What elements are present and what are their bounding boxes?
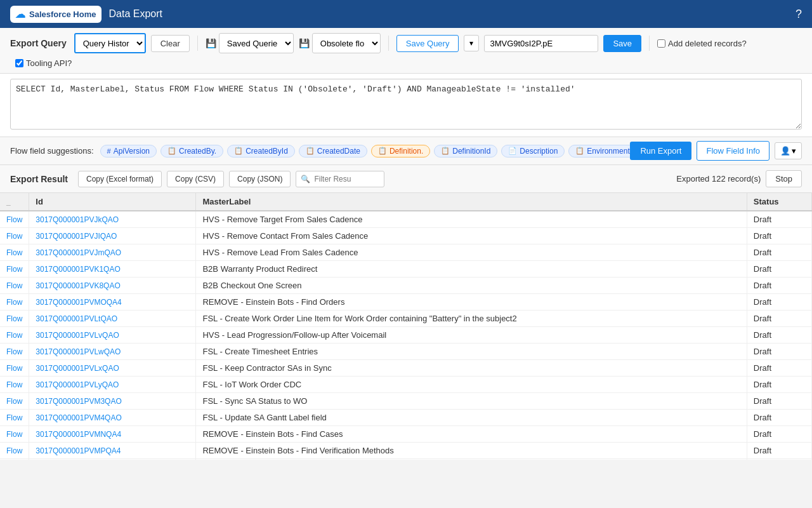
- help-icon[interactable]: ?: [796, 8, 802, 21]
- field-chip-createdbyid[interactable]: 📋CreatedById: [227, 145, 295, 157]
- add-deleted-checkbox[interactable]: [657, 39, 665, 48]
- field-chip-environments[interactable]: 📋Environments: [568, 145, 630, 157]
- row-status-cell: Draft: [747, 211, 811, 228]
- row-label-cell: Associate Onboarding Flow: [196, 459, 747, 460]
- row-flow-link-cell: Flow: [0, 360, 29, 377]
- id-link[interactable]: 3017Q000001PVMPQA4: [36, 446, 121, 455]
- clear-button[interactable]: Clear: [151, 35, 190, 52]
- row-id-cell: 3017Q000001PVM4QAO: [29, 410, 196, 426]
- row-flow-link-cell: Flow: [0, 410, 29, 426]
- copy-json-button[interactable]: Copy (JSON): [229, 171, 291, 187]
- field-chip-createddate[interactable]: 📋CreatedDate: [299, 145, 367, 157]
- row-flow-link-cell: Flow: [0, 228, 29, 244]
- col-header-masterlabel: MasterLabel: [196, 193, 747, 211]
- id-link[interactable]: 3017Q000001PVLyQAO: [36, 380, 119, 389]
- id-link[interactable]: 3017Q000001PVK1QAO: [36, 265, 120, 274]
- id-link[interactable]: 3017Q000001PVMNQA4: [36, 430, 121, 439]
- col-header-underscore: _: [0, 193, 29, 211]
- row-flow-link-cell: Flow: [0, 244, 29, 261]
- id-link[interactable]: 3017Q000001PVLvQAO: [36, 331, 119, 340]
- obsolete-select[interactable]: Obsolete flo: [312, 33, 381, 53]
- row-id-cell: 3017Q000001PVK8QAO: [29, 277, 196, 294]
- row-label-cell: HVS - Remove Lead From Sales Cadence: [196, 244, 747, 261]
- field-chip-definitionid[interactable]: 📋DefinitionId: [434, 145, 497, 157]
- flow-link[interactable]: Flow: [6, 397, 22, 406]
- query-history-select[interactable]: Query Histor: [74, 33, 146, 53]
- toolbar-separator-1: [197, 36, 198, 51]
- chip-icon: 📋: [441, 147, 450, 155]
- table-row: Flow 3017Q000001PVMPQA4 REMOVE - Einstei…: [0, 443, 812, 459]
- table-row: Flow 3017Q000001PVJkQAO HVS - Remove Tar…: [0, 211, 812, 228]
- row-flow-link-cell: Flow: [0, 459, 29, 460]
- row-status-cell: Draft: [747, 377, 811, 393]
- chip-icon: 📋: [306, 147, 315, 155]
- table-row: Flow 3017Q000001PVM3QAO FSL - Sync SA St…: [0, 393, 812, 410]
- flow-link[interactable]: Flow: [6, 232, 22, 241]
- col-header-id: Id: [29, 193, 196, 211]
- field-chip-description[interactable]: 📄Description: [501, 145, 565, 157]
- flow-link[interactable]: Flow: [6, 430, 22, 439]
- saved-queries-group: 💾 Saved Querie: [206, 33, 294, 53]
- flow-link[interactable]: Flow: [6, 380, 22, 389]
- copy-csv-button[interactable]: Copy (CSV): [167, 171, 224, 187]
- id-link[interactable]: 3017Q000001PVK8QAO: [36, 281, 120, 290]
- row-id-cell: 3017Q000001PVMOQA4: [29, 294, 196, 311]
- save-query-dropdown-button[interactable]: ▾: [464, 35, 479, 51]
- flow-link[interactable]: Flow: [6, 281, 22, 290]
- table-row: Flow 3017Q000001PVM4QAO FSL - Update SA …: [0, 410, 812, 426]
- field-chip-createdby.[interactable]: 📋CreatedBy.: [160, 145, 223, 157]
- chip-icon: 📋: [234, 147, 243, 155]
- tooling-api-checkbox[interactable]: [15, 59, 23, 67]
- row-id-cell: 3017Q000001PVM3QAO: [29, 393, 196, 410]
- id-link[interactable]: 3017Q000001PVLwQAO: [36, 347, 121, 356]
- copy-excel-button[interactable]: Copy (Excel format): [78, 171, 162, 187]
- person-icon: 👤: [780, 146, 790, 156]
- save-query-button[interactable]: Save Query: [396, 35, 459, 52]
- table-row: Flow 3017Q000001PVLvQAO HVS - Lead Progr…: [0, 327, 812, 344]
- row-id-cell: 3017Q000001PVMPQA4: [29, 443, 196, 459]
- id-link[interactable]: 3017Q000001PVJIQAO: [36, 232, 117, 241]
- flow-link[interactable]: Flow: [6, 331, 22, 340]
- saved-queries-select[interactable]: Saved Querie: [219, 33, 294, 53]
- id-link[interactable]: 3017Q000001PVMOQA4: [36, 298, 121, 307]
- row-flow-link-cell: Flow: [0, 261, 29, 277]
- filter-wrap: 🔍: [296, 171, 384, 187]
- schema-icon-button[interactable]: 👤 ▾: [775, 142, 802, 159]
- flow-link[interactable]: Flow: [6, 215, 22, 224]
- export-result-title: Export Result: [10, 174, 68, 184]
- row-status-cell: Draft: [747, 261, 811, 277]
- row-label-cell: B2B Checkout One Screen: [196, 277, 747, 294]
- id-link[interactable]: 3017Q000001PVJmQAO: [36, 248, 121, 257]
- flow-link[interactable]: Flow: [6, 347, 22, 356]
- flow-link[interactable]: Flow: [6, 446, 22, 455]
- obsolete-group: 💾 Obsolete flo: [299, 33, 381, 53]
- row-flow-link-cell: Flow: [0, 211, 29, 228]
- flow-link[interactable]: Flow: [6, 298, 22, 307]
- salesforce-home-button[interactable]: ☁ Salesforce Home: [10, 6, 102, 23]
- stop-button[interactable]: Stop: [766, 170, 802, 187]
- id-link[interactable]: 3017Q000001PVJkQAO: [36, 215, 119, 224]
- query-name-input[interactable]: [484, 35, 598, 52]
- id-link[interactable]: 3017Q000001PVM4QAO: [36, 413, 121, 422]
- row-label-cell: FSL - Sync SA Status to WO: [196, 393, 747, 410]
- field-chip-apiversion[interactable]: #ApiVersion: [100, 145, 157, 157]
- flow-link[interactable]: Flow: [6, 314, 22, 323]
- row-label-cell: FSL - Keep Contractor SAs in Sync: [196, 360, 747, 377]
- tooling-api-group: Tooling API?: [15, 58, 72, 68]
- flow-link[interactable]: Flow: [6, 413, 22, 422]
- id-link[interactable]: 3017Q000001PVLxQAO: [36, 364, 119, 373]
- export-result-header: Export Result Copy (Excel format) Copy (…: [0, 165, 812, 193]
- field-chip-definition.[interactable]: 📋Definition.: [371, 145, 430, 157]
- chip-icon: #: [107, 147, 111, 155]
- field-suggestions-label: Flow field suggestions:: [10, 146, 94, 156]
- id-link[interactable]: 3017Q000001PVM3QAO: [36, 397, 121, 406]
- flow-field-info-button[interactable]: Flow Field Info: [697, 141, 769, 161]
- run-export-button[interactable]: Run Export: [630, 142, 691, 160]
- flow-link[interactable]: Flow: [6, 265, 22, 274]
- app-header: ☁ Salesforce Home Data Export ?: [0, 0, 812, 28]
- save-button[interactable]: Save: [603, 35, 641, 52]
- flow-link[interactable]: Flow: [6, 364, 22, 373]
- flow-link[interactable]: Flow: [6, 248, 22, 257]
- query-textarea[interactable]: [10, 79, 802, 130]
- id-link[interactable]: 3017Q000001PVLtQAO: [36, 314, 117, 323]
